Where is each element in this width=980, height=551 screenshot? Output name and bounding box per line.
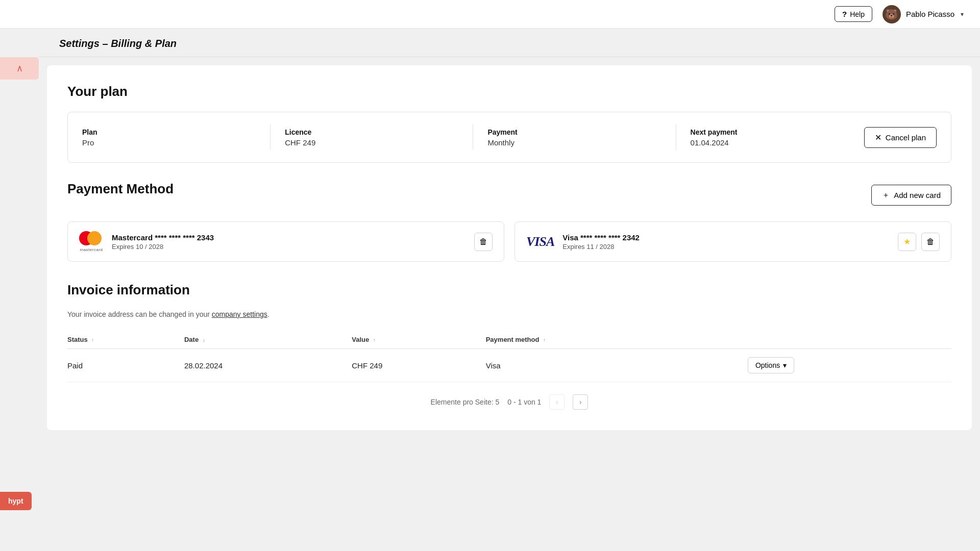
payment-method-sort-icon: ↑ xyxy=(543,337,546,343)
help-button[interactable]: ? Help xyxy=(835,6,872,22)
payment-method-header: Payment Method ＋ Add new card xyxy=(67,181,951,209)
payment-method-section: Payment Method ＋ Add new card mastercard xyxy=(67,181,951,262)
mastercard-delete-button[interactable]: 🗑 xyxy=(474,233,493,251)
user-menu[interactable]: 🐻 Pablo Picasso ▾ xyxy=(883,5,964,23)
next-payment-value: 01.04.2024 xyxy=(691,138,864,147)
mc-circle-orange xyxy=(87,231,102,245)
pagination: Elemente pro Seite: 5 0 - 1 von 1 ‹ › xyxy=(67,394,951,410)
visa-star-button[interactable]: ★ xyxy=(898,233,916,251)
range-label: 0 - 1 von 1 xyxy=(507,398,541,406)
topbar: ? Help 🐻 Pablo Picasso ▾ xyxy=(0,0,980,29)
add-new-card-button[interactable]: ＋ Add new card xyxy=(871,185,951,206)
content-area: Your plan Plan Pro Licence CHF 249 Payme… xyxy=(47,65,972,430)
user-name: Pablo Picasso xyxy=(906,10,954,18)
your-plan-title: Your plan xyxy=(67,84,951,99)
plan-label: Plan xyxy=(82,128,256,136)
chevron-right-icon: › xyxy=(579,398,582,406)
trash-icon: 🗑 xyxy=(926,237,935,246)
chevron-left-icon: ‹ xyxy=(556,398,558,406)
status-sort-icon: ↑ xyxy=(91,337,94,343)
cancel-plan-label: Cancel plan xyxy=(886,133,926,142)
invoice-description: Your invoice address can be changed in y… xyxy=(67,310,951,318)
row-actions: Options ▾ xyxy=(748,349,951,382)
next-payment-label: Next payment xyxy=(691,128,864,136)
options-label: Options xyxy=(755,361,780,369)
options-button[interactable]: Options ▾ xyxy=(748,357,794,373)
chevron-up-icon: ∧ xyxy=(16,63,23,74)
cancel-plan-button[interactable]: ✕ Cancel plan xyxy=(864,127,937,148)
avatar-emoji: 🐻 xyxy=(885,8,898,20)
plan-item-payment: Payment Monthly xyxy=(487,128,661,147)
plan-item-next-payment: Next payment 01.04.2024 xyxy=(691,128,864,147)
mastercard-actions: 🗑 xyxy=(474,233,493,251)
licence-value: CHF 249 xyxy=(285,138,458,147)
page-header: Settings – Billing & Plan xyxy=(39,29,980,57)
add-card-label: Add new card xyxy=(894,191,941,199)
trash-icon: 🗑 xyxy=(479,237,487,246)
cancel-icon: ✕ xyxy=(875,133,881,142)
page-title: Settings – Billing & Plan xyxy=(59,38,960,49)
help-icon: ? xyxy=(842,10,847,18)
visa-info: Visa **** **** **** 2342 Expires 11 / 20… xyxy=(562,233,890,251)
date-sort-icon: ↓ xyxy=(203,337,205,343)
plan-value: Pro xyxy=(82,138,256,147)
date-column-header: Date ↓ xyxy=(184,331,352,349)
licence-label: Licence xyxy=(285,128,458,136)
options-chevron-icon: ▾ xyxy=(783,361,787,369)
invoice-title: Invoice information xyxy=(67,282,951,298)
visa-logo: VISA xyxy=(526,234,554,249)
table-header-row: Status ↑ Date ↓ Value ↑ Payment method xyxy=(67,331,951,349)
visa-name: Visa **** **** **** 2342 xyxy=(562,233,890,242)
star-icon: ★ xyxy=(903,237,911,246)
mastercard-logo: mastercard xyxy=(79,231,104,252)
row-value: CHF 249 xyxy=(352,349,485,382)
avatar: 🐻 xyxy=(883,5,901,23)
payment-method-column-header: Payment method ↑ xyxy=(486,331,748,349)
invoice-section: Invoice information Your invoice address… xyxy=(67,282,951,410)
value-column-header: Value ↑ xyxy=(352,331,485,349)
prev-page-button[interactable]: ‹ xyxy=(549,394,565,410)
mastercard-card: mastercard Mastercard **** **** **** 234… xyxy=(67,221,504,262)
row-payment-method: Visa xyxy=(486,349,748,382)
plus-icon: ＋ xyxy=(882,190,890,200)
company-settings-link[interactable]: company settings xyxy=(212,310,267,318)
visa-actions: ★ 🗑 xyxy=(898,233,940,251)
your-plan-section: Your plan Plan Pro Licence CHF 249 Payme… xyxy=(67,84,951,163)
plan-divider-3 xyxy=(676,124,676,150)
mastercard-expiry: Expires 10 / 2028 xyxy=(112,243,466,251)
plan-divider-2 xyxy=(473,124,473,150)
sidebar-toggle[interactable]: ∧ xyxy=(0,57,39,80)
plan-item-plan: Plan Pro xyxy=(82,128,256,147)
cards-row: mastercard Mastercard **** **** **** 234… xyxy=(67,221,951,262)
next-page-button[interactable]: › xyxy=(573,394,588,410)
visa-expiry: Expires 11 / 2028 xyxy=(562,243,890,251)
status-column-header: Status ↑ xyxy=(67,331,184,349)
payment-value: Monthly xyxy=(487,138,661,147)
help-label: Help xyxy=(850,10,865,18)
mastercard-circles xyxy=(79,231,104,246)
main-wrapper: Settings – Billing & Plan Your plan Plan… xyxy=(0,29,980,430)
hypt-label[interactable]: hypt xyxy=(0,492,32,510)
visa-delete-button[interactable]: 🗑 xyxy=(921,233,940,251)
payment-method-title: Payment Method xyxy=(67,181,174,197)
mastercard-info: Mastercard **** **** **** 2343 Expires 1… xyxy=(112,233,466,251)
value-sort-icon: ↑ xyxy=(373,337,376,343)
actions-column-header xyxy=(748,331,951,349)
mastercard-name: Mastercard **** **** **** 2343 xyxy=(112,233,466,242)
plan-divider-1 xyxy=(270,124,271,150)
payment-label: Payment xyxy=(487,128,661,136)
per-page-label: Elemente pro Seite: 5 xyxy=(431,398,500,406)
plan-item-licence: Licence CHF 249 xyxy=(285,128,458,147)
chevron-down-icon: ▾ xyxy=(961,11,964,18)
table-row: Paid 28.02.2024 CHF 249 Visa Options ▾ xyxy=(67,349,951,382)
plan-box: Plan Pro Licence CHF 249 Payment Monthly… xyxy=(67,112,951,163)
invoice-table: Status ↑ Date ↓ Value ↑ Payment method xyxy=(67,331,951,382)
row-status: Paid xyxy=(67,349,184,382)
visa-card: VISA Visa **** **** **** 2342 Expires 11… xyxy=(514,221,951,262)
mastercard-text: mastercard xyxy=(80,247,103,252)
row-date: 28.02.2024 xyxy=(184,349,352,382)
